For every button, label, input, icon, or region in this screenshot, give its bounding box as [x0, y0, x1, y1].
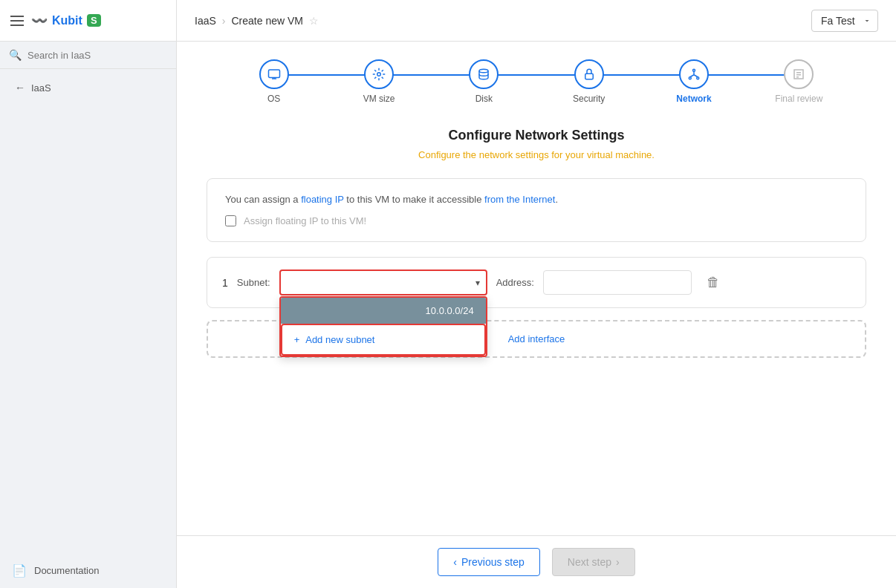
documentation-icon: 📄 [12, 564, 27, 578]
sidebar-item-iaas[interactable]: ← IaaS [9, 76, 167, 99]
step-network[interactable]: Network [641, 59, 746, 104]
floating-ip-highlight1: floating IP [301, 194, 344, 205]
svg-point-3 [377, 73, 381, 76]
svg-point-8 [697, 77, 699, 79]
floating-ip-checkbox-label: Assign floating IP to this VM! [244, 215, 366, 226]
step-circle-security [574, 59, 604, 89]
add-interface-link[interactable]: Add interface [508, 333, 565, 344]
step-vm-size[interactable]: VM size [326, 59, 431, 104]
topbar: IaaS › Create new VM ☆ Fa Test [177, 0, 896, 42]
subnet-number: 1 [222, 277, 228, 289]
floating-ip-text-part1: You can assign a [225, 194, 301, 205]
sidebar-nav-label: IaaS [31, 82, 51, 94]
step-security[interactable]: Security [536, 59, 641, 104]
step-label-network: Network [676, 94, 711, 104]
dropdown-option-10.0.0.0[interactable]: 10.0.0.0/24 [281, 298, 486, 324]
sidebar-header: 〰️ Kubit S [0, 0, 176, 42]
sidebar-footer-documentation[interactable]: 📄 Documentation [0, 553, 176, 588]
logo-wave-icon: 〰️ [31, 13, 48, 29]
add-subnet-icon: + [294, 334, 300, 345]
bottom-nav: ‹ Previous step Next step › [177, 535, 896, 588]
sidebar: 〰️ Kubit S 🔍 ← IaaS 📄 Documentation [0, 0, 177, 588]
svg-line-11 [694, 75, 698, 77]
logo-text: Kubit [52, 14, 82, 27]
delete-subnet-icon[interactable]: 🗑 [707, 275, 720, 290]
svg-rect-5 [585, 74, 593, 79]
favorite-icon[interactable]: ☆ [309, 15, 319, 27]
stepper: OS VM size Disk [207, 59, 866, 104]
floating-ip-description: You can assign a floating IP to this VM … [225, 194, 848, 205]
search-input[interactable] [27, 50, 167, 61]
breadcrumb: IaaS › Create new VM ☆ [195, 15, 319, 27]
dropdown-add-new-subnet[interactable]: + Add new subnet [281, 324, 486, 356]
search-icon: 🔍 [9, 49, 22, 61]
step-circle-final-review [784, 59, 814, 89]
step-os[interactable]: OS [221, 59, 326, 104]
subnet-container: 1 Subnet: 10.0.0.0/24 ▾ 10.0.0.0/24 [207, 257, 866, 308]
svg-line-10 [690, 75, 694, 77]
logo-s-badge: S [87, 14, 101, 27]
content-area: OS VM size Disk [177, 42, 896, 535]
svg-rect-0 [268, 70, 279, 78]
back-arrow-icon: ← [15, 82, 25, 94]
subnet-row: 1 Subnet: 10.0.0.0/24 ▾ 10.0.0.0/24 [222, 270, 851, 295]
step-label-vm-size: VM size [363, 94, 395, 104]
breadcrumb-separator: › [222, 15, 226, 27]
floating-ip-highlight2: from the Internet [484, 194, 555, 205]
step-label-security: Security [573, 94, 605, 104]
subnet-label: Subnet: [237, 277, 270, 288]
subnet-select-wrapper: 10.0.0.0/24 ▾ 10.0.0.0/24 + Add new subn… [279, 270, 487, 295]
sidebar-search: 🔍 [0, 42, 176, 69]
add-subnet-label: Add new subnet [305, 334, 374, 345]
step-label-final-review: Final review [775, 94, 822, 104]
svg-point-6 [692, 69, 695, 71]
page-subtitle: Configure the network settings for your … [207, 149, 866, 160]
svg-point-4 [479, 69, 488, 73]
dropdown-option-ip: 10.0.0.0/24 [426, 305, 474, 316]
step-circle-network [679, 59, 709, 89]
floating-ip-checkbox-row: Assign floating IP to this VM! [225, 215, 848, 226]
breadcrumb-current: Create new VM [231, 15, 302, 27]
prev-chevron-icon: ‹ [453, 556, 457, 568]
logo-area: 〰️ Kubit S [31, 13, 101, 29]
address-label: Address: [496, 277, 534, 288]
sidebar-nav: ← IaaS [0, 69, 176, 106]
next-step-label: Next step [568, 556, 611, 568]
tenant-select[interactable]: Fa Test [811, 10, 878, 32]
step-circle-disk [469, 59, 499, 89]
step-label-disk: Disk [475, 94, 493, 104]
subnet-dropdown-popup: 10.0.0.0/24 + Add new subnet [279, 296, 487, 357]
topbar-right: Fa Test [811, 10, 878, 32]
subnet-select[interactable]: 10.0.0.0/24 [279, 270, 487, 295]
main-content: IaaS › Create new VM ☆ Fa Test OS [177, 0, 896, 588]
step-circle-os [259, 59, 289, 89]
step-disk[interactable]: Disk [432, 59, 536, 104]
floating-ip-checkbox[interactable] [225, 215, 236, 226]
svg-point-7 [689, 77, 691, 79]
step-label-os: OS [267, 94, 280, 104]
next-step-button[interactable]: Next step › [552, 548, 635, 576]
previous-step-button[interactable]: ‹ Previous step [438, 548, 540, 576]
address-input[interactable] [543, 270, 692, 295]
step-final-review[interactable]: Final review [747, 59, 851, 104]
next-chevron-icon: › [616, 556, 620, 568]
page-title: Configure Network Settings [207, 128, 866, 143]
previous-step-label: Previous step [461, 556, 525, 568]
documentation-label: Documentation [34, 565, 99, 576]
step-circle-vm-size [364, 59, 394, 89]
hamburger-menu-icon[interactable] [10, 16, 24, 26]
floating-ip-text-end: . [555, 194, 558, 205]
breadcrumb-root[interactable]: IaaS [195, 15, 216, 27]
floating-ip-text-part2: to this VM to make it accessible [344, 194, 484, 205]
floating-ip-box: You can assign a floating IP to this VM … [207, 178, 866, 242]
